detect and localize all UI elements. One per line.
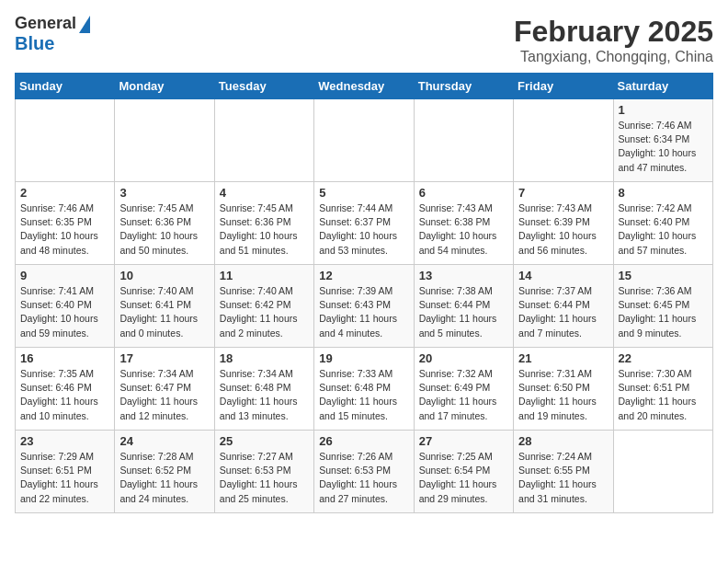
calendar-cell [214, 99, 313, 182]
calendar-week-row: 9Sunrise: 7:41 AM Sunset: 6:40 PM Daylig… [16, 265, 713, 348]
day-number: 4 [220, 186, 309, 200]
day-info: Sunrise: 7:32 AM Sunset: 6:49 PM Dayligh… [419, 367, 508, 423]
calendar-cell: 11Sunrise: 7:40 AM Sunset: 6:42 PM Dayli… [214, 265, 313, 348]
calendar-cell: 15Sunrise: 7:36 AM Sunset: 6:45 PM Dayli… [613, 265, 712, 348]
calendar-week-row: 16Sunrise: 7:35 AM Sunset: 6:46 PM Dayli… [16, 348, 713, 431]
calendar-cell: 8Sunrise: 7:42 AM Sunset: 6:40 PM Daylig… [613, 182, 712, 265]
calendar-cell: 16Sunrise: 7:35 AM Sunset: 6:46 PM Dayli… [16, 348, 115, 431]
calendar-cell: 5Sunrise: 7:44 AM Sunset: 6:37 PM Daylig… [314, 182, 414, 265]
day-number: 27 [419, 434, 508, 448]
day-info: Sunrise: 7:37 AM Sunset: 6:44 PM Dayligh… [518, 284, 608, 340]
page-header: General Blue February 2025 Tangxiang, Ch… [15, 15, 713, 65]
calendar-cell: 18Sunrise: 7:34 AM Sunset: 6:48 PM Dayli… [214, 348, 313, 431]
day-number: 16 [20, 351, 109, 365]
day-number: 14 [518, 269, 608, 282]
day-info: Sunrise: 7:45 AM Sunset: 6:36 PM Dayligh… [220, 201, 309, 258]
day-info: Sunrise: 7:27 AM Sunset: 6:53 PM Dayligh… [220, 450, 309, 506]
day-number: 25 [220, 434, 309, 448]
day-info: Sunrise: 7:34 AM Sunset: 6:48 PM Dayligh… [220, 367, 309, 423]
day-info: Sunrise: 7:38 AM Sunset: 6:44 PM Dayligh… [419, 284, 508, 340]
day-info: Sunrise: 7:31 AM Sunset: 6:50 PM Dayligh… [518, 367, 608, 423]
calendar-cell: 9Sunrise: 7:41 AM Sunset: 6:40 PM Daylig… [16, 265, 115, 348]
calendar-cell: 21Sunrise: 7:31 AM Sunset: 6:50 PM Dayli… [514, 348, 613, 431]
day-info: Sunrise: 7:46 AM Sunset: 6:34 PM Dayligh… [619, 119, 708, 175]
weekday-header: Tuesday [214, 74, 313, 99]
calendar-week-row: 23Sunrise: 7:29 AM Sunset: 6:51 PM Dayli… [16, 431, 713, 513]
day-number: 24 [119, 434, 209, 448]
day-number: 15 [619, 269, 708, 282]
calendar-cell: 4Sunrise: 7:45 AM Sunset: 6:36 PM Daylig… [214, 182, 313, 265]
calendar-cell [414, 99, 513, 182]
day-info: Sunrise: 7:36 AM Sunset: 6:45 PM Dayligh… [619, 284, 708, 340]
weekday-header: Thursday [414, 74, 513, 99]
calendar-cell: 23Sunrise: 7:29 AM Sunset: 6:51 PM Dayli… [16, 431, 115, 513]
calendar-cell: 6Sunrise: 7:43 AM Sunset: 6:38 PM Daylig… [414, 182, 513, 265]
day-number: 2 [20, 186, 109, 200]
weekday-header: Saturday [613, 74, 712, 99]
day-info: Sunrise: 7:26 AM Sunset: 6:53 PM Dayligh… [319, 450, 408, 506]
logo-text: General Blue [15, 15, 90, 54]
calendar-cell: 26Sunrise: 7:26 AM Sunset: 6:53 PM Dayli… [314, 431, 414, 513]
calendar-week-row: 2Sunrise: 7:46 AM Sunset: 6:35 PM Daylig… [16, 182, 713, 265]
calendar-cell: 24Sunrise: 7:28 AM Sunset: 6:52 PM Dayli… [115, 431, 214, 513]
day-info: Sunrise: 7:34 AM Sunset: 6:47 PM Dayligh… [119, 367, 209, 423]
weekday-header-row: SundayMondayTuesdayWednesdayThursdayFrid… [16, 74, 713, 99]
calendar-cell: 7Sunrise: 7:43 AM Sunset: 6:39 PM Daylig… [514, 182, 613, 265]
calendar-cell: 2Sunrise: 7:46 AM Sunset: 6:35 PM Daylig… [16, 182, 115, 265]
calendar-cell: 17Sunrise: 7:34 AM Sunset: 6:47 PM Dayli… [115, 348, 214, 431]
day-info: Sunrise: 7:29 AM Sunset: 6:51 PM Dayligh… [20, 450, 109, 506]
day-number: 21 [518, 351, 608, 365]
calendar-table: SundayMondayTuesdayWednesdayThursdayFrid… [15, 73, 713, 513]
calendar-cell: 3Sunrise: 7:45 AM Sunset: 6:36 PM Daylig… [115, 182, 214, 265]
day-number: 20 [419, 351, 508, 365]
calendar-cell: 19Sunrise: 7:33 AM Sunset: 6:48 PM Dayli… [314, 348, 414, 431]
calendar-cell: 10Sunrise: 7:40 AM Sunset: 6:41 PM Dayli… [115, 265, 214, 348]
day-info: Sunrise: 7:40 AM Sunset: 6:41 PM Dayligh… [119, 284, 209, 340]
calendar-cell: 28Sunrise: 7:24 AM Sunset: 6:55 PM Dayli… [514, 431, 613, 513]
calendar-week-row: 1Sunrise: 7:46 AM Sunset: 6:34 PM Daylig… [16, 99, 713, 182]
calendar-cell: 20Sunrise: 7:32 AM Sunset: 6:49 PM Dayli… [414, 348, 513, 431]
day-number: 12 [319, 269, 408, 282]
day-info: Sunrise: 7:41 AM Sunset: 6:40 PM Dayligh… [20, 284, 109, 340]
day-info: Sunrise: 7:44 AM Sunset: 6:37 PM Dayligh… [319, 201, 408, 258]
day-number: 5 [319, 186, 408, 200]
day-number: 26 [319, 434, 408, 448]
day-number: 3 [119, 186, 209, 200]
calendar-cell: 14Sunrise: 7:37 AM Sunset: 6:44 PM Dayli… [514, 265, 613, 348]
weekday-header: Wednesday [314, 74, 414, 99]
day-info: Sunrise: 7:25 AM Sunset: 6:54 PM Dayligh… [419, 450, 508, 506]
day-number: 11 [220, 269, 309, 282]
day-info: Sunrise: 7:40 AM Sunset: 6:42 PM Dayligh… [220, 284, 309, 340]
weekday-header: Monday [115, 74, 214, 99]
day-info: Sunrise: 7:43 AM Sunset: 6:38 PM Dayligh… [419, 201, 508, 258]
location-subtitle: Tangxiang, Chongqing, China [514, 49, 713, 65]
day-number: 19 [319, 351, 408, 365]
day-number: 28 [518, 434, 608, 448]
day-info: Sunrise: 7:28 AM Sunset: 6:52 PM Dayligh… [119, 450, 209, 506]
title-block: February 2025 Tangxiang, Chongqing, Chin… [514, 15, 713, 65]
month-year-title: February 2025 [514, 15, 713, 49]
day-number: 22 [619, 351, 708, 365]
day-number: 6 [419, 186, 508, 200]
day-info: Sunrise: 7:35 AM Sunset: 6:46 PM Dayligh… [20, 367, 109, 423]
calendar-cell [514, 99, 613, 182]
calendar-cell: 13Sunrise: 7:38 AM Sunset: 6:44 PM Dayli… [414, 265, 513, 348]
calendar-cell [115, 99, 214, 182]
day-number: 10 [119, 269, 209, 282]
calendar-cell: 22Sunrise: 7:30 AM Sunset: 6:51 PM Dayli… [613, 348, 712, 431]
day-number: 23 [20, 434, 109, 448]
calendar-cell: 25Sunrise: 7:27 AM Sunset: 6:53 PM Dayli… [214, 431, 313, 513]
weekday-header: Friday [514, 74, 613, 99]
day-info: Sunrise: 7:42 AM Sunset: 6:40 PM Dayligh… [619, 201, 708, 258]
day-info: Sunrise: 7:30 AM Sunset: 6:51 PM Dayligh… [619, 367, 708, 423]
day-number: 8 [619, 186, 708, 200]
day-info: Sunrise: 7:39 AM Sunset: 6:43 PM Dayligh… [319, 284, 408, 340]
calendar-cell [613, 431, 712, 513]
day-number: 17 [119, 351, 209, 365]
day-number: 18 [220, 351, 309, 365]
day-info: Sunrise: 7:45 AM Sunset: 6:36 PM Dayligh… [119, 201, 209, 258]
calendar-cell [314, 99, 414, 182]
weekday-header: Sunday [16, 74, 115, 99]
day-info: Sunrise: 7:33 AM Sunset: 6:48 PM Dayligh… [319, 367, 408, 423]
day-number: 13 [419, 269, 508, 282]
